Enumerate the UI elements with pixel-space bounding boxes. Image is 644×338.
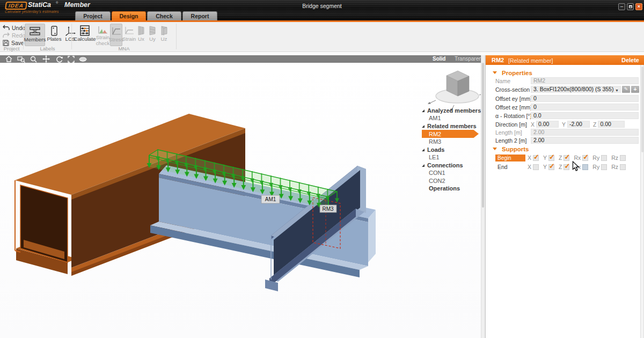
- length2-field[interactable]: 2.00: [531, 137, 639, 144]
- ribbon-group-labels: Labels: [24, 46, 71, 52]
- tab-report[interactable]: Report: [182, 11, 217, 20]
- stress-curve-icon: [112, 25, 121, 37]
- begin-rz-checkbox[interactable]: [620, 155, 626, 161]
- chevron-down-icon: ▼: [615, 87, 619, 93]
- begin-ry-checkbox[interactable]: [601, 155, 607, 161]
- undo-button[interactable]: Undo: [3, 24, 25, 31]
- strain-check-button[interactable]: Strain check: [96, 24, 109, 46]
- property-row-offset-ez: Offset ez [mm] 0: [495, 104, 639, 111]
- redo-button[interactable]: Redo: [3, 32, 25, 39]
- zoom-fit-button[interactable]: [65, 55, 76, 63]
- uy-button[interactable]: Uy: [147, 24, 158, 46]
- zoom-window-button[interactable]: [16, 55, 26, 63]
- end-z-checkbox[interactable]: [564, 164, 569, 170]
- rotation-field[interactable]: 0.0: [531, 112, 639, 119]
- begin-x-checkbox[interactable]: [533, 155, 539, 161]
- direction-z-label: Z: [593, 121, 596, 128]
- save-icon: [3, 40, 9, 46]
- support-begin-badge[interactable]: Begin: [495, 155, 525, 161]
- begin-rx-checkbox[interactable]: [582, 155, 588, 161]
- home-icon: [5, 56, 12, 62]
- plates-button[interactable]: Plates: [46, 24, 62, 46]
- offset-ey-field[interactable]: 0: [531, 95, 639, 102]
- delete-button[interactable]: Delete: [621, 57, 639, 63]
- tree-scrollbar-thumb[interactable]: [482, 63, 484, 208]
- zoom-window-icon: [17, 56, 25, 63]
- direction-label: Direction [m]: [495, 121, 531, 128]
- home-view-button[interactable]: [3, 55, 14, 63]
- begin-y-checkbox[interactable]: [548, 155, 554, 161]
- tree-item-rm2-selected[interactable]: RM2: [422, 130, 479, 138]
- support-end-label[interactable]: End: [495, 164, 525, 170]
- cross-section-dropdown[interactable]: 3. BoxFl1200x(800/800) (S 355)▼: [531, 86, 621, 93]
- begin-z-checkbox[interactable]: [564, 155, 569, 161]
- direction-z-field[interactable]: 0.00: [598, 121, 625, 128]
- offset-ey-label: Offset ey [mm]: [495, 95, 531, 102]
- cross-section-label: Cross-section: [495, 86, 531, 93]
- pan-icon: [42, 55, 50, 63]
- name-field[interactable]: RM2: [531, 77, 639, 84]
- tree-header-operations[interactable]: Operations: [422, 185, 460, 192]
- panel-scrollbar[interactable]: [640, 65, 644, 338]
- panel-scrollbar-thumb[interactable]: [641, 67, 643, 152]
- strain-button[interactable]: Strain: [123, 24, 135, 46]
- svg-text:RM3: RM3: [322, 206, 334, 212]
- ux-button[interactable]: Ux: [136, 24, 147, 46]
- calculate-button[interactable]: Calculate: [74, 24, 96, 46]
- display-mode-solid[interactable]: Solid: [433, 55, 445, 63]
- direction-y-field[interactable]: -2.00: [567, 121, 590, 128]
- add-cross-section-button[interactable]: +: [631, 86, 639, 93]
- offset-ez-field[interactable]: 0: [531, 104, 639, 111]
- rotate-button[interactable]: [54, 55, 64, 63]
- viewport-3d[interactable]: AM1 RM3: [0, 63, 482, 338]
- property-row-offset-ey: Offset ey [mm] 0: [495, 95, 639, 102]
- tree-item-am1[interactable]: AM1: [422, 114, 441, 122]
- tree-group-analyzed-members[interactable]: Analyzed members: [422, 107, 481, 114]
- scene-label-rm3[interactable]: RM3: [320, 205, 336, 212]
- tab-project[interactable]: Project: [75, 11, 111, 20]
- tree-group-related-members[interactable]: Related members: [422, 122, 477, 130]
- maximize-button[interactable]: [627, 3, 634, 10]
- close-button[interactable]: ×: [635, 3, 642, 10]
- tree-item-con2[interactable]: CON2: [422, 177, 445, 185]
- collapse-arrow-icon: [422, 109, 425, 112]
- rotation-label: α - Rotation [°]: [495, 113, 531, 119]
- tagline: Calculate yesterday's estimates: [5, 10, 59, 13]
- ribbon-group-project: Project: [0, 46, 23, 52]
- tree-scrollbar[interactable]: [481, 55, 485, 338]
- tree-item-rm3[interactable]: RM3: [422, 138, 441, 145]
- end-x-checkbox[interactable]: [533, 164, 539, 170]
- tab-design[interactable]: Design: [112, 11, 146, 20]
- end-rx-checkbox[interactable]: [582, 164, 588, 170]
- strain-check-chart-icon: [98, 25, 108, 35]
- tree-item-con1[interactable]: CON1: [422, 169, 445, 177]
- tree-group-connections[interactable]: Connections: [422, 161, 463, 169]
- nav-cube[interactable]: [428, 71, 482, 112]
- tab-check[interactable]: Check: [147, 11, 181, 20]
- panel-header: RM2 [Related member] Delete: [486, 55, 644, 65]
- display-mode-transparent[interactable]: Transparent: [455, 55, 484, 63]
- properties-section-header[interactable]: Properties: [493, 69, 532, 76]
- edit-cross-section-button[interactable]: ✎: [622, 86, 630, 93]
- end-ry-checkbox[interactable]: [601, 164, 607, 170]
- tree-item-le1[interactable]: LE1: [422, 153, 440, 161]
- clipping-plane-icon: [79, 56, 87, 62]
- clipping-plane-button[interactable]: [77, 55, 88, 63]
- supports-section-header[interactable]: Supports: [493, 145, 529, 152]
- pan-button[interactable]: [41, 55, 52, 63]
- direction-x-field[interactable]: 0.00: [536, 121, 559, 128]
- length-field: 2.00: [531, 129, 639, 136]
- end-rz-checkbox[interactable]: [620, 164, 626, 170]
- zoom-button[interactable]: [28, 55, 39, 63]
- uz-button[interactable]: Uz: [158, 24, 170, 46]
- minimize-button[interactable]: –: [618, 3, 625, 10]
- fit-corners-icon: [68, 56, 75, 63]
- scene-label-am1[interactable]: AM1: [261, 195, 280, 203]
- maximize-icon: [629, 5, 632, 8]
- section-collapse-icon: [493, 71, 497, 74]
- members-button[interactable]: Members: [25, 24, 45, 46]
- tree-group-loads[interactable]: Loads: [422, 146, 444, 153]
- stress-button[interactable]: Stress: [110, 24, 122, 46]
- undo-icon: [3, 25, 10, 31]
- end-y-checkbox[interactable]: [548, 164, 554, 170]
